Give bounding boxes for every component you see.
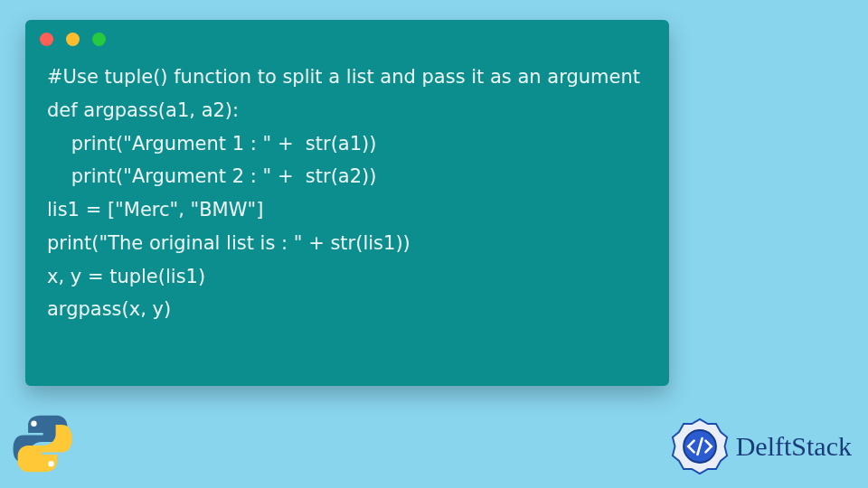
svg-point-0	[31, 421, 36, 427]
code-line: print("Argument 2 : " + str(a2))	[47, 165, 376, 187]
code-block: #Use tuple() function to split a list an…	[25, 52, 669, 343]
python-logo-icon	[11, 412, 74, 479]
code-line: print("The original list is : " + str(li…	[47, 232, 410, 254]
code-line: lis1 = ["Merc", "BMW"]	[47, 199, 263, 221]
close-icon	[40, 33, 53, 46]
code-line: #Use tuple() function to split a list an…	[47, 66, 640, 88]
code-line: x, y = tuple(lis1)	[47, 266, 205, 287]
window-traffic-lights	[25, 20, 669, 52]
code-line: def argpass(a1, a2):	[47, 99, 239, 121]
minimize-icon	[66, 33, 80, 46]
code-line: print("Argument 1 : " + str(a1))	[47, 133, 376, 155]
code-line: argpass(x, y)	[47, 298, 171, 320]
code-window: #Use tuple() function to split a list an…	[25, 20, 669, 386]
maximize-icon	[92, 33, 106, 46]
svg-point-1	[48, 461, 53, 466]
brand-logo-icon	[671, 418, 729, 475]
brand: DelftStack	[671, 418, 852, 475]
brand-name: DelftStack	[736, 431, 852, 462]
